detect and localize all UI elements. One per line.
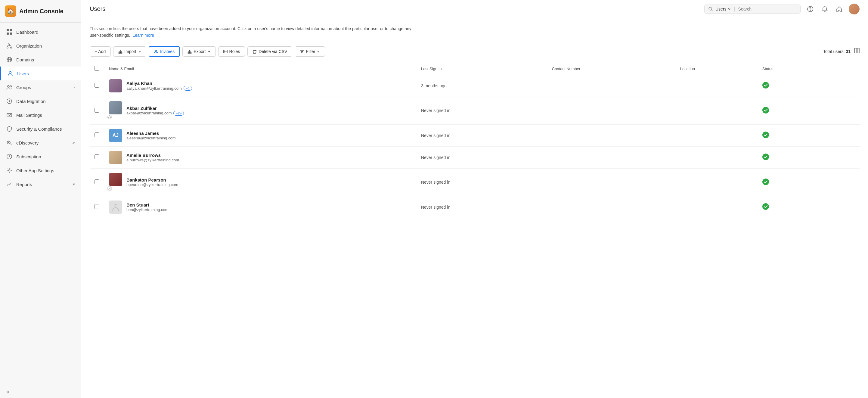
ediscovery-icon — [6, 140, 13, 146]
role-badge: +29 — [173, 111, 184, 116]
import-chevron-icon — [138, 50, 141, 53]
filter-chevron-icon — [317, 50, 320, 53]
filter-button[interactable]: Filter — [294, 47, 325, 57]
last-sign-in: Never signed in — [421, 155, 450, 160]
export-button[interactable]: Export — [182, 47, 216, 57]
sidebar-footer — [0, 386, 81, 398]
table-row: Aaliya Khan aaliya.khan@zylkertraining.c… — [90, 75, 860, 97]
user-email-text: bpearson@zylkertraining.com — [126, 182, 178, 187]
svg-rect-3 — [10, 32, 12, 35]
sidebar-item-domains[interactable]: Domains — [0, 53, 81, 66]
last-sign-in: Never signed in — [421, 108, 450, 113]
other-app-settings-icon — [6, 167, 13, 174]
home-nav-icon[interactable] — [834, 4, 844, 14]
users-table-container: Name & Email Last Sign In Contact Number… — [90, 63, 860, 218]
columns-toggle-icon[interactable] — [854, 48, 860, 55]
sidebar-item-data-migration[interactable]: Data Migration — [0, 94, 81, 108]
user-name[interactable]: Amelia Burrows — [126, 153, 161, 158]
table-row: Bankston Pearson bpearson@zylkertraining… — [90, 168, 860, 196]
user-avatar[interactable] — [849, 4, 860, 14]
invited-icon — [107, 186, 112, 191]
user-email-text: aleesha@zylkertraining.com — [126, 136, 176, 140]
svg-point-15 — [7, 86, 9, 87]
other-app-settings-label: Other App Settings — [16, 168, 54, 173]
user-name[interactable]: Ben Stuart — [126, 202, 149, 208]
chevron-down-icon — [728, 7, 731, 10]
sidebar-item-users[interactable]: Users — [0, 66, 81, 81]
search-bar: Users — [704, 4, 801, 13]
sidebar-item-subscription[interactable]: Subscription — [0, 150, 81, 163]
sidebar-item-groups[interactable]: Groups › — [0, 81, 81, 94]
svg-point-44 — [762, 107, 769, 114]
organization-label: Organization — [16, 43, 42, 49]
svg-rect-5 — [7, 47, 8, 48]
domains-label: Domains — [16, 57, 34, 62]
row-checkbox[interactable] — [94, 83, 99, 88]
export-icon — [187, 50, 192, 54]
learn-more-link[interactable]: Learn more — [132, 33, 154, 38]
sidebar-item-dashboard[interactable]: Dashboard — [0, 25, 81, 39]
sidebar-item-mail-settings[interactable]: Mail Settings — [0, 108, 81, 122]
user-name[interactable]: Akbar Zulfikar — [126, 106, 157, 111]
groups-chevron: › — [74, 85, 75, 89]
users-label: Users — [17, 71, 29, 76]
main-header: Users Users — [81, 0, 868, 18]
users-table: Name & Email Last Sign In Contact Number… — [90, 63, 860, 218]
sidebar-item-security-compliance[interactable]: Security & Compliance — [0, 122, 81, 136]
help-icon[interactable] — [805, 4, 815, 14]
reports-external-icon: ⬈ — [72, 182, 75, 186]
user-cell: Ben Stuart ben@zylkertraining.com — [109, 201, 411, 214]
status-badge — [762, 156, 769, 161]
row-checkbox[interactable] — [94, 108, 99, 113]
add-button[interactable]: + Add — [90, 47, 111, 57]
user-cell: Bankston Pearson bpearson@zylkertraining… — [109, 173, 411, 192]
user-info: Ben Stuart ben@zylkertraining.com — [126, 202, 168, 212]
delete-csv-button[interactable]: Delete via CSV — [247, 47, 292, 57]
status-badge — [762, 181, 769, 186]
notification-icon[interactable] — [820, 4, 830, 14]
total-users-count: 31 — [846, 49, 850, 54]
svg-point-49 — [762, 179, 769, 185]
svg-rect-40 — [858, 48, 859, 53]
svg-point-28 — [810, 10, 810, 10]
total-users-text: Total users: 31 — [823, 49, 850, 54]
user-info: Bankston Pearson bpearson@zylkertraining… — [126, 177, 178, 187]
search-scope-selector[interactable]: Users — [715, 7, 731, 11]
sidebar-item-organization[interactable]: Organization — [0, 39, 81, 53]
svg-point-16 — [10, 86, 12, 87]
select-all-checkbox[interactable] — [94, 66, 99, 71]
row-checkbox[interactable] — [94, 204, 99, 209]
page-title: Users — [90, 5, 700, 12]
col-last-sign-in: Last Sign In — [416, 63, 547, 75]
import-button[interactable]: Import — [113, 47, 146, 57]
user-cell: Aaliya Khan aaliya.khan@zylkertraining.c… — [109, 79, 411, 92]
user-email-row: a.burrows@zylkertraining.com — [126, 158, 179, 162]
sidebar-collapse-button[interactable] — [6, 390, 75, 394]
svg-point-24 — [9, 170, 10, 171]
user-name[interactable]: Aaliya Khan — [126, 81, 152, 86]
row-checkbox[interactable] — [94, 179, 99, 184]
user-cell: Akbar Zulfikar akbar@zylkertraining.com … — [109, 101, 411, 120]
sidebar-item-other-app-settings[interactable]: Other App Settings — [0, 163, 81, 177]
app-title: Admin Console — [19, 8, 63, 15]
user-name[interactable]: Aleesha James — [126, 131, 159, 136]
search-input[interactable] — [738, 7, 793, 11]
col-contact-number: Contact Number — [547, 63, 675, 75]
svg-line-26 — [712, 10, 713, 11]
sidebar-item-reports[interactable]: Reports ⬈ — [0, 177, 81, 191]
svg-point-46 — [762, 154, 769, 160]
svg-point-41 — [762, 82, 769, 89]
invitees-button[interactable]: Invitees — [149, 46, 180, 57]
domains-icon — [6, 56, 13, 63]
dashboard-icon — [6, 29, 13, 35]
svg-point-25 — [709, 7, 712, 10]
sidebar-item-ediscovery[interactable]: eDiscovery ⬈ — [0, 136, 81, 150]
user-name[interactable]: Bankston Pearson — [126, 177, 166, 182]
status-badge — [762, 206, 769, 211]
row-checkbox[interactable] — [94, 154, 99, 159]
total-users-label: Total users: — [823, 49, 845, 54]
svg-rect-2 — [7, 32, 9, 35]
row-checkbox[interactable] — [94, 132, 99, 137]
roles-button[interactable]: Roles — [218, 47, 245, 57]
user-email-text: akbar@zylkertraining.com — [126, 111, 172, 115]
